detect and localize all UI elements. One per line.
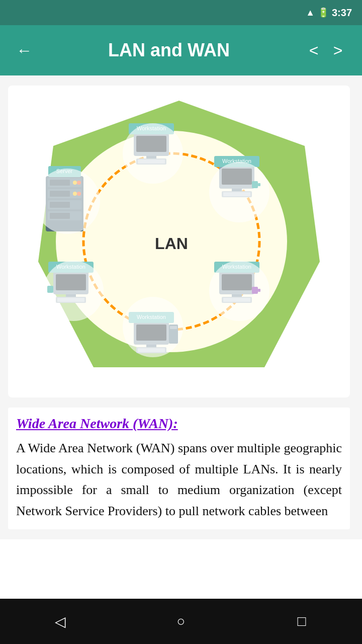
svg-point-66 [43,261,104,321]
home-nav-button[interactable]: ○ [166,606,196,636]
signal-icon: ▲ [306,8,315,18]
wan-body: A Wide Area Network (WAN) spans over mul… [16,438,342,521]
back-button[interactable]: ← [12,37,36,64]
clock: 3:37 [332,7,352,19]
svg-point-62 [123,123,183,184]
next-button[interactable]: > [326,37,350,64]
content-area: LAN Workstation [0,75,362,539]
svg-point-63 [209,162,269,222]
back-nav-button[interactable]: ◁ [45,606,75,636]
prev-button[interactable]: < [302,37,326,64]
svg-text:LAN: LAN [155,234,188,253]
status-bar: ▲ 🔋 3:37 [0,0,362,25]
bottom-nav: ◁ ○ □ [0,599,362,644]
recent-nav-button[interactable]: □ [287,606,317,636]
svg-point-65 [123,297,183,357]
svg-point-64 [209,261,269,321]
battery-icon: 🔋 [318,7,329,18]
diagram-container: LAN Workstation [8,86,350,397]
app-bar: ← LAN and WAN < > [0,25,362,75]
status-icons: ▲ 🔋 3:37 [306,7,352,19]
wan-heading: Wide Area Network (WAN): [16,416,342,432]
lan-diagram: LAN Workstation [23,96,335,387]
page-title: LAN and WAN [36,40,302,61]
wan-text-section: Wide Area Network (WAN): A Wide Area Net… [8,408,350,529]
svg-point-67 [35,169,100,234]
